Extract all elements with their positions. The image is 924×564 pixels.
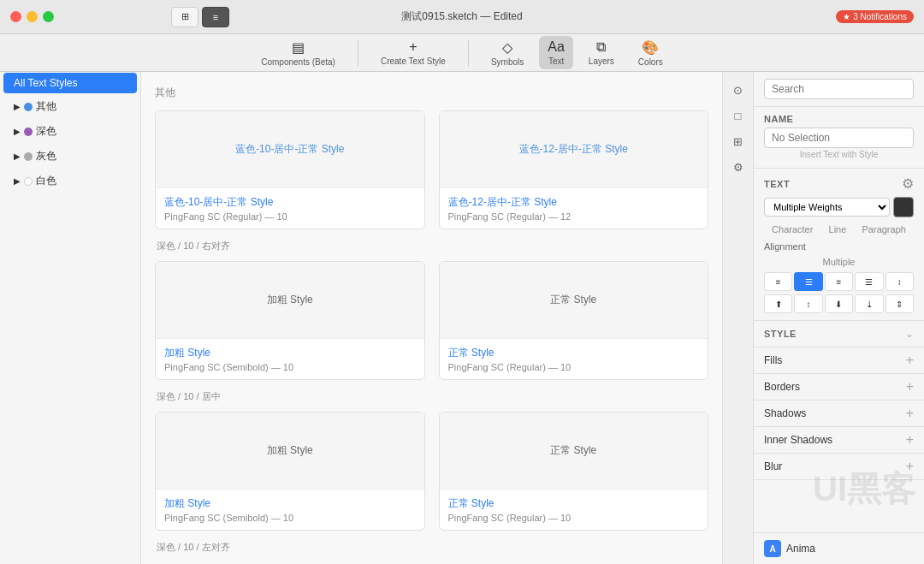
style-section-header: STYLE ⌄: [754, 321, 924, 347]
grid-icon-btn[interactable]: ⊞: [727, 130, 749, 152]
borders-label: Borders: [764, 381, 800, 393]
inspector-icon-btn[interactable]: ⊙: [727, 79, 749, 101]
card-meta-normal-2: PingFang SC (Regular) — 10: [448, 513, 700, 523]
line-tab[interactable]: Line: [824, 223, 852, 236]
sidebar-item-shense[interactable]: ▶ 深色: [3, 120, 137, 143]
text-weight-controls: Multiple Weights: [764, 197, 914, 217]
card-name-bold-2: 加粗 Style: [164, 496, 416, 511]
inspector-panel: NAME Insert Text with Style TEXT ⚙ Multi…: [753, 72, 924, 564]
window-title: 测试0915.sketch — Edited: [401, 9, 522, 24]
card-info-normal-2: 正常 Style PingFang SC (Regular) — 10: [440, 490, 708, 530]
align-left-btn[interactable]: ≡: [764, 272, 792, 291]
card-bold-1[interactable]: 加粗 Style 加粗 Style PingFang SC (Semibold)…: [155, 261, 425, 380]
style-label: STYLE: [764, 329, 797, 339]
arrow-icon-2: ▶: [14, 127, 21, 136]
sidebar-baise-label: 白色: [36, 174, 56, 188]
subsection-meta-1: 深色 / 10 / 右对齐: [155, 240, 708, 252]
card-info-blue-10: 蓝色-10-居中-正常 Style PingFang SC (Regular) …: [156, 188, 424, 229]
fills-add-icon[interactable]: +: [906, 353, 914, 368]
fills-label: Fills: [764, 354, 782, 366]
card-preview-normal-1: 正常 Style: [440, 262, 708, 339]
valign-bottom-btn[interactable]: ⬇: [825, 294, 853, 313]
sidebar-item-all-text-styles-label: All Text Styles: [14, 77, 77, 89]
minimize-button[interactable]: [27, 11, 38, 22]
fills-section[interactable]: Fills +: [754, 347, 924, 374]
card-info-bold-2: 加粗 Style PingFang SC (Semibold) — 10: [156, 490, 424, 530]
inspector-search-input[interactable]: [764, 79, 914, 99]
layers-label: Layers: [589, 56, 614, 66]
font-weight-select[interactable]: Multiple Weights: [764, 198, 890, 217]
card-info-blue-12: 蓝色-12-居中-正常 Style PingFang SC (Regular) …: [440, 188, 708, 229]
card-name-bold-1: 加粗 Style: [164, 346, 416, 360]
color-swatch[interactable]: [893, 197, 914, 217]
sidebar-item-huise[interactable]: ▶ 灰色: [3, 145, 137, 168]
paragraph-tab[interactable]: Paragraph: [857, 223, 911, 236]
sidebar-item-qita[interactable]: ▶ 其他: [3, 95, 137, 118]
toolbar-text[interactable]: Aa Text: [539, 36, 573, 69]
valign-extra-btn[interactable]: ⤓: [855, 294, 883, 313]
name-input[interactable]: [764, 128, 914, 148]
notification-badge[interactable]: ★ 3 Notifications: [836, 10, 914, 23]
grid-view-button[interactable]: ⊞: [171, 7, 198, 27]
valign-top-btn[interactable]: ⬆: [764, 294, 792, 313]
shadows-section[interactable]: Shadows +: [754, 401, 924, 427]
sidebar-item-baise[interactable]: ▶ 白色: [3, 169, 137, 193]
sidebar-item-all-text-styles[interactable]: All Text Styles: [3, 73, 137, 93]
close-button[interactable]: [10, 11, 21, 22]
symbols-icon: ◇: [502, 39, 512, 56]
card-normal-1[interactable]: 正常 Style 正常 Style PingFang SC (Regular) …: [439, 261, 709, 380]
shadows-add-icon[interactable]: +: [906, 406, 914, 421]
character-tab[interactable]: Character: [767, 223, 818, 236]
maximize-button[interactable]: [43, 11, 54, 22]
card-name-normal-1: 正常 Style: [448, 346, 700, 360]
create-text-label: Create Text Style: [381, 56, 446, 66]
borders-section[interactable]: Borders +: [754, 374, 924, 401]
card-preview-bold-1: 加粗 Style: [156, 262, 424, 339]
blur-section[interactable]: Blur +: [754, 454, 924, 480]
list-view-button[interactable]: ≡: [202, 7, 229, 27]
align-center-btn[interactable]: ☰: [794, 272, 822, 291]
components-icon: ▤: [292, 39, 305, 56]
arrow-icon: ▶: [14, 102, 21, 111]
toolbar-symbols[interactable]: ◇ Symbols: [483, 36, 532, 70]
align-none-btn[interactable]: ↕: [886, 272, 914, 291]
borders-add-icon[interactable]: +: [906, 379, 914, 395]
card-name-blue-12: 蓝色-12-居中-正常 Style: [448, 195, 700, 210]
text-settings-icon[interactable]: ⚙: [902, 175, 914, 192]
sidebar: All Text Styles ▶ 其他 ▶ 深色 ▶ 灰色 ▶ 白色: [0, 72, 141, 564]
text-icon: Aa: [548, 39, 565, 55]
layers-icon-btn[interactable]: □: [727, 104, 749, 127]
align-right-btn[interactable]: ≡: [825, 272, 853, 291]
valign-stretch-btn[interactable]: ⇕: [886, 294, 914, 313]
card-normal-2[interactable]: 正常 Style 正常 Style PingFang SC (Regular) …: [439, 412, 709, 531]
card-meta-bold-1: PingFang SC (Semibold) — 10: [164, 362, 416, 372]
style-expand-icon[interactable]: ⌄: [905, 328, 914, 340]
card-preview-bold-2: 加粗 Style: [156, 413, 424, 490]
arrow-icon-3: ▶: [14, 151, 21, 161]
arrow-icon-4: ▶: [14, 176, 21, 186]
toolbar-colors[interactable]: 🎨 Colors: [630, 36, 672, 70]
toolbar-create-text[interactable]: + Create Text Style: [372, 36, 454, 69]
inspector-name-section: NAME Insert Text with Style: [754, 107, 924, 169]
card-blue-12[interactable]: 蓝色-12-居中-正常 Style 蓝色-12-居中-正常 Style Ping…: [439, 110, 709, 229]
shadows-label: Shadows: [764, 407, 806, 419]
card-bold-2[interactable]: 加粗 Style 加粗 Style PingFang SC (Semibold)…: [155, 412, 425, 531]
titlebar: ⊞ ≡ 测试0915.sketch — Edited ★ 3 Notificat…: [0, 0, 924, 34]
inner-shadows-add-icon[interactable]: +: [906, 432, 914, 448]
card-blue-10[interactable]: 蓝色-10-居中-正常 Style 蓝色-10-居中-正常 Style Ping…: [155, 110, 425, 229]
cards-grid-3: 加粗 Style 加粗 Style PingFang SC (Semibold)…: [155, 412, 708, 531]
toolbar-components[interactable]: ▤ Components (Beta): [252, 36, 344, 70]
card-meta-normal-1: PingFang SC (Regular) — 10: [448, 362, 700, 372]
align-justify-btn[interactable]: ☰: [855, 272, 883, 291]
sidebar-qita-label: 其他: [36, 99, 56, 114]
toolbar-layers[interactable]: ⧉ Layers: [580, 36, 623, 69]
card-meta-bold-2: PingFang SC (Semibold) — 10: [164, 513, 416, 523]
color-dot-white: [24, 177, 33, 186]
right-icon-bar: ⊙ □ ⊞ ⚙: [722, 72, 753, 564]
settings-icon-btn[interactable]: ⚙: [727, 156, 749, 178]
valign-mid-btn[interactable]: ↕: [794, 294, 822, 313]
section-title: 其他: [155, 86, 708, 100]
inner-shadows-section[interactable]: Inner Shadows +: [754, 427, 924, 454]
main-layout: All Text Styles ▶ 其他 ▶ 深色 ▶ 灰色 ▶ 白色 其他: [0, 72, 924, 564]
blur-add-icon[interactable]: +: [906, 459, 914, 474]
